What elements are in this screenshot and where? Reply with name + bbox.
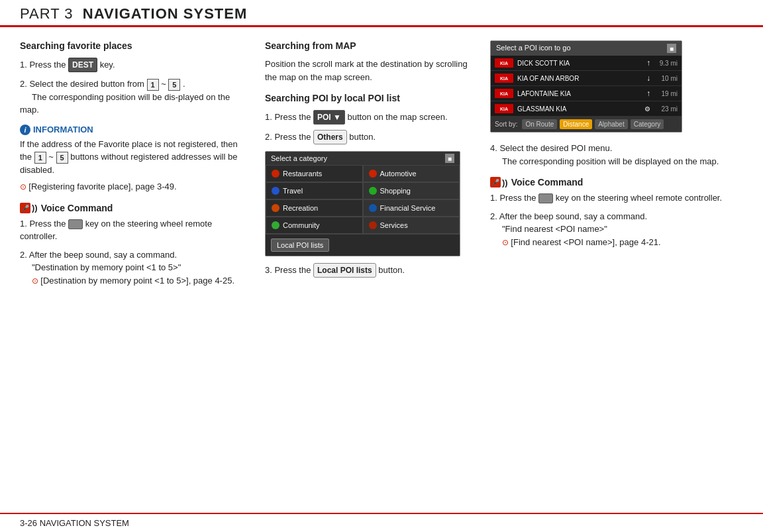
main-content: Searching favorite places 1. Press the D… — [0, 27, 763, 305]
page-header: PART 3 NAVIGATION SYSTEM — [0, 0, 763, 27]
section2-title: Searching from MAP — [265, 40, 470, 51]
voice-icon-2: 🎤 )) — [490, 177, 508, 187]
poi-name-2: KIA OF ANN ARBOR — [517, 75, 642, 82]
poi-row-3[interactable]: KIA LAFONTAINE KIA ↑ 19 mi — [491, 86, 682, 101]
num-btn-5: 5 — [168, 79, 180, 91]
poi-logo-2: KIA — [495, 74, 513, 83]
sort-alphabet[interactable]: Alphabet — [595, 119, 627, 129]
cat-travel: Travel — [266, 182, 363, 199]
poi-logo-1: KIA — [495, 58, 513, 68]
category-grid: Restaurants Automotive Travel Shopping R… — [266, 165, 460, 234]
voice-red-icon: 🎤 — [20, 203, 30, 213]
ref-icon-3: ⊙ — [502, 238, 511, 247]
category-screen: Select a category ■ Restaurants Automoti… — [265, 151, 460, 256]
mid-step1: 1. Press the POI ▼ button on the map scr… — [265, 110, 470, 125]
voice1-ref: ⊙ [Destination by memory point <1 to 5>]… — [20, 276, 234, 286]
voice-title-2: 🎤 )) Voice Command — [490, 177, 743, 187]
cat-icon-community — [272, 221, 280, 229]
voice1-step2: 2. After the beep sound, say a command. … — [20, 248, 245, 288]
mid-step3: 3. Press the Local POI lists button. — [265, 263, 470, 278]
close-icon[interactable]: ■ — [445, 154, 454, 163]
section2-text: Position the scroll mark at the destinat… — [265, 58, 470, 83]
ref-icon-2: ⊙ — [32, 276, 40, 286]
local-poi-key: Local POI lists — [313, 263, 376, 278]
poi-dist-4: 23 mi — [654, 105, 678, 113]
cat-icon-financial — [369, 204, 377, 212]
steer-key-icon — [68, 219, 83, 229]
info-title: i INFORMATION — [20, 125, 245, 135]
sound-wave-icon: )) — [32, 203, 38, 213]
left-column: Searching favorite places 1. Press the D… — [20, 40, 245, 292]
info-icon: i — [20, 125, 30, 135]
poi-sort-bar: Sort by: On Route Distance Alphabet Cate… — [491, 117, 682, 132]
num-btn-1: 1 — [147, 79, 159, 91]
cat-services: Services — [363, 217, 460, 234]
right-column: Select a POI icon to go ■ KIA DICK SCOTT… — [490, 40, 743, 292]
poi-name-4: GLASSMAN KIA — [517, 105, 640, 113]
steer-key-icon-2 — [538, 193, 553, 203]
sort-category[interactable]: Category — [631, 119, 664, 129]
voice2-ref: ⊙ [Find nearest <POI name>], page 4-21. — [490, 237, 661, 247]
cat-community: Community — [266, 217, 363, 234]
poi-logo-4: KIA — [495, 104, 513, 113]
cat-recreation: Recreation — [266, 199, 363, 217]
sound-wave-icon-2: )) — [502, 178, 508, 187]
category-header: Select a category ■ — [266, 152, 460, 165]
poi-screen-header: Select a POI icon to go ■ — [491, 41, 682, 56]
voice-command-1: 🎤 )) Voice Command 1. Press the key on t… — [20, 203, 245, 288]
footer-text: 3-26 NAVIGATION SYSTEM — [20, 518, 129, 528]
cat-icon-automotive — [369, 170, 377, 178]
poi-screen: Select a POI icon to go ■ KIA DICK SCOTT… — [490, 40, 682, 133]
poi-arrow-4: ⚙ — [644, 105, 650, 113]
poi-row-2[interactable]: KIA KIA OF ANN ARBOR ↓ 10 mi — [491, 71, 682, 86]
poi-name-1: DICK SCOTT KIA — [517, 60, 642, 67]
mid-column: Searching from MAP Position the scroll m… — [265, 40, 470, 292]
info-num5: 5 — [56, 152, 68, 164]
cat-icon-recreation — [272, 204, 280, 212]
cat-restaurants: Restaurants — [266, 165, 363, 182]
section3-title: Searching POI by local POI list — [265, 93, 470, 103]
cat-financial: Financial Service — [363, 199, 460, 217]
mid-step2: 2. Press the Others button. — [265, 130, 470, 144]
cat-shopping: Shopping — [363, 182, 460, 199]
cat-icon-services — [369, 221, 377, 229]
others-key: Others — [313, 130, 347, 144]
page-title: PART 3 NAVIGATION SYSTEM — [20, 5, 743, 23]
cat-icon-travel — [272, 187, 280, 195]
sort-onroute[interactable]: On Route — [522, 119, 557, 129]
info-ref: ⊙ [Registering favorite place], page 3-4… — [20, 180, 245, 193]
voice-icon-1: 🎤 )) — [20, 203, 38, 213]
step-2: 2. Select the desired button from 1 ~ 5 … — [20, 78, 245, 117]
poi-name-3: LAFONTAINE KIA — [517, 90, 642, 97]
poi-key: POI ▼ — [313, 110, 345, 125]
poi-arrow-1: ↑ — [646, 58, 650, 68]
voice2-step1: 1. Press the key on the steering wheel r… — [490, 191, 743, 205]
poi-screen-close-icon[interactable]: ■ — [667, 44, 676, 53]
poi-dist-1: 9.3 mi — [654, 60, 678, 67]
local-poi-row: Local POI lists — [266, 234, 460, 256]
voice2-step2: 2. After the beep sound, say a command. … — [490, 210, 743, 249]
page-footer: 3-26 NAVIGATION SYSTEM — [0, 513, 763, 532]
ref-icon-1: ⊙ — [20, 182, 28, 191]
local-poi-inner-btn[interactable]: Local POI lists — [271, 239, 329, 252]
sort-distance[interactable]: Distance — [560, 119, 592, 129]
section1-title: Searching favorite places — [20, 40, 245, 51]
sort-label: Sort by: — [495, 121, 517, 128]
cat-icon-restaurants — [272, 170, 280, 178]
cat-automotive: Automotive — [363, 165, 460, 182]
dest-key: DEST — [68, 58, 97, 72]
poi-arrow-3: ↑ — [646, 89, 650, 98]
poi-dist-3: 19 mi — [654, 90, 678, 97]
cat-icon-shopping — [369, 187, 377, 195]
right-step4: 4. Select the desired POI menu. The corr… — [490, 142, 743, 168]
info-box: i INFORMATION If the address of the Favo… — [20, 125, 245, 193]
info-num1: 1 — [34, 152, 46, 164]
poi-row-4[interactable]: KIA GLASSMAN KIA ⚙ 23 mi — [491, 101, 682, 117]
voice1-step1: 1. Press the key on the steering wheel r… — [20, 217, 245, 243]
voice-command-2: 🎤 )) Voice Command 1. Press the key on t… — [490, 177, 743, 248]
poi-arrow-2: ↓ — [646, 74, 650, 83]
poi-logo-3: KIA — [495, 89, 513, 98]
info-text: If the address of the Favorite place is … — [20, 138, 245, 177]
poi-row-1[interactable]: KIA DICK SCOTT KIA ↑ 9.3 mi — [491, 56, 682, 71]
step-1: 1. Press the DEST key. — [20, 58, 245, 72]
